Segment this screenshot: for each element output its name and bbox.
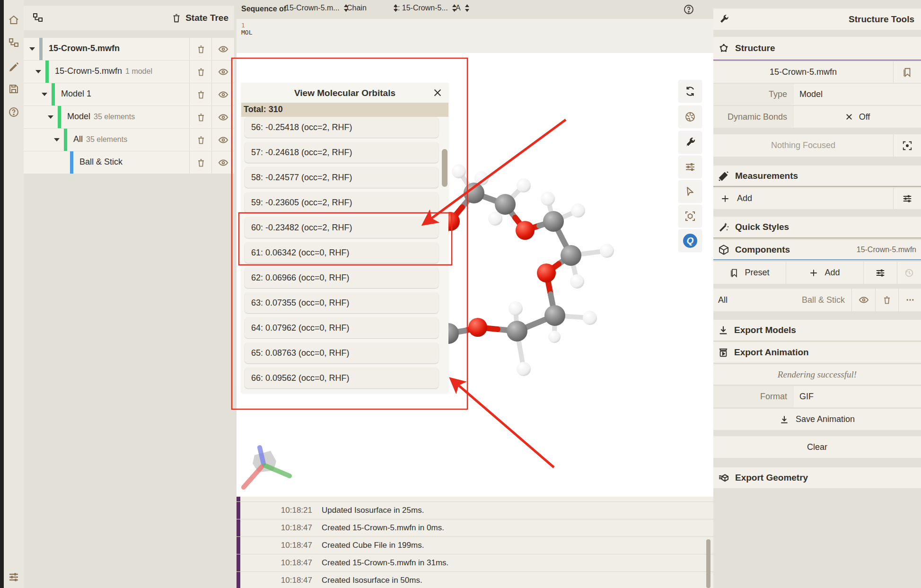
- log-severity-bar: [237, 502, 240, 519]
- row-accent: [45, 61, 49, 83]
- tree-row-model-elements[interactable]: Model35 elements: [24, 106, 234, 128]
- component-options-sliders-icon[interactable]: [863, 262, 897, 284]
- orbital-item[interactable]: 56: -0.25418 (occ=2, RHF): [245, 117, 439, 138]
- help-icon[interactable]: [8, 106, 19, 118]
- quick-styles-section-header[interactable]: Quick Styles: [713, 217, 921, 238]
- orbital-item[interactable]: 63: 0.07355 (occ=0, RHF): [245, 292, 439, 313]
- sequence-chain-select[interactable]: 1: 15-Crown-5...: [394, 4, 457, 12]
- chevron-down-icon[interactable]: [54, 138, 60, 141]
- close-icon[interactable]: [432, 88, 443, 98]
- components-section-header[interactable]: Components 15-Crown-5.mwfn: [713, 240, 921, 260]
- chevron-down-icon[interactable]: [29, 47, 35, 51]
- visibility-eye-icon[interactable]: [211, 38, 234, 60]
- orbital-item[interactable]: 61: 0.06342 (occ=0, RHF): [245, 242, 439, 263]
- chevron-down-icon[interactable]: [48, 115, 53, 119]
- window-edge-strip: [0, 0, 4, 588]
- quick-help-badge[interactable]: Q: [679, 230, 702, 252]
- orbital-item[interactable]: 65: 0.08763 (occ=0, RHF): [245, 342, 439, 363]
- scrollbar-thumb[interactable]: [442, 149, 447, 187]
- delete-node-icon[interactable]: [189, 38, 212, 60]
- selection-mode-icon[interactable]: [679, 205, 702, 227]
- export-models-section-header[interactable]: Export Models: [713, 320, 921, 341]
- log-scrollbar-thumb[interactable]: [706, 539, 710, 588]
- save-icon[interactable]: [8, 83, 19, 95]
- orbital-item[interactable]: 64: 0.07962 (occ=0, RHF): [245, 317, 439, 338]
- orbital-item[interactable]: 58: -0.24577 (occ=2, RHF): [245, 167, 439, 188]
- tree-row-label: All: [73, 134, 83, 144]
- visibility-eye-icon[interactable]: [211, 151, 234, 174]
- delete-node-icon[interactable]: [189, 151, 212, 174]
- export-animation-section-header[interactable]: Export Animation: [713, 342, 921, 363]
- settings-sliders-icon[interactable]: [8, 571, 19, 583]
- orbital-item[interactable]: 59: -0.23605 (occ=2, RHF): [245, 192, 439, 213]
- measurements-section-header[interactable]: Measurements: [713, 166, 921, 187]
- delete-component-trash-icon[interactable]: [875, 289, 898, 311]
- home-icon[interactable]: [8, 14, 19, 26]
- export-geometry-section-header[interactable]: Export Geometry: [713, 467, 921, 488]
- dialog-title: View Molecular Orbitals: [241, 88, 448, 98]
- state-tree-icon[interactable]: [8, 37, 19, 49]
- sequence-entity-select[interactable]: Chain: [347, 4, 398, 12]
- bookmark-icon: [729, 268, 739, 278]
- sequence-line-number: 1: [241, 22, 245, 29]
- state-tree-icon[interactable]: [32, 12, 44, 24]
- focus-target-icon[interactable]: [893, 134, 921, 157]
- cursor-icon[interactable]: [679, 181, 702, 202]
- structure-name[interactable]: 15-Crown-5.mwfn: [713, 61, 893, 83]
- preset-button[interactable]: Preset: [713, 262, 786, 284]
- tree-row-root[interactable]: 15-Crown-5.mwfn: [24, 38, 234, 60]
- orbital-item[interactable]: 62: 0.06966 (occ=0, RHF): [245, 267, 439, 288]
- add-measurement-button[interactable]: Add: [713, 188, 893, 209]
- delete-node-icon[interactable]: [189, 129, 212, 151]
- axes-gizmo: [244, 448, 289, 487]
- chevron-down-icon[interactable]: [42, 93, 47, 96]
- settings-sliders-icon[interactable]: [679, 156, 702, 178]
- visibility-eye-icon[interactable]: [211, 106, 234, 128]
- clear-button[interactable]: Clear: [713, 436, 921, 458]
- component-style[interactable]: Ball & Stick: [790, 289, 851, 311]
- delete-node-icon[interactable]: [189, 61, 212, 83]
- log-timestamp: 10:18:47: [265, 558, 312, 568]
- tree-row-model-1[interactable]: Model 1: [24, 83, 234, 105]
- delete-node-icon[interactable]: [189, 106, 212, 128]
- controls-wrench-icon[interactable]: [679, 132, 702, 153]
- state-tree-panel: State Tree 15-Crown-5.mwfn 15-Crown-5.mw…: [24, 0, 237, 588]
- sequence-view[interactable]: 1 MOL: [237, 19, 713, 53]
- add-component-button[interactable]: Add: [786, 262, 863, 284]
- visibility-eye-icon[interactable]: [211, 83, 234, 105]
- visibility-eye-icon[interactable]: [851, 289, 875, 311]
- viewport-3d[interactable]: Q View Molecular Orbitals Total: 310 56:…: [237, 53, 713, 497]
- tree-row-model-group[interactable]: 15-Crown-5.mwfn1 model: [24, 61, 234, 83]
- tree-row-all[interactable]: All35 elements: [24, 129, 234, 151]
- screenshot-icon[interactable]: [679, 106, 702, 128]
- dynamic-bonds-toggle[interactable]: Off: [794, 106, 921, 128]
- section-title: Components: [735, 245, 790, 255]
- sequence-structure-select[interactable]: 15-Crown-5.m...: [285, 4, 349, 12]
- cube-icon: [718, 244, 729, 255]
- help-icon[interactable]: [683, 4, 694, 15]
- component-row-all: All Ball & Stick: [713, 289, 921, 311]
- structure-section-header[interactable]: Structure: [713, 37, 921, 61]
- component-name[interactable]: All: [713, 289, 790, 311]
- clear-state-trash-icon[interactable]: [171, 13, 182, 23]
- edit-icon[interactable]: [8, 61, 19, 73]
- delete-node-icon[interactable]: [189, 83, 212, 105]
- dialog-scrollbar[interactable]: [442, 118, 447, 388]
- chevron-down-icon[interactable]: [35, 70, 41, 73]
- more-options-ellipsis-icon[interactable]: [898, 289, 921, 311]
- save-animation-button[interactable]: Save Animation: [713, 409, 921, 430]
- type-value[interactable]: Model: [794, 84, 921, 105]
- tree-row-ball-stick[interactable]: Ball & Stick: [24, 151, 234, 174]
- bookmark-icon[interactable]: [893, 61, 921, 83]
- visibility-eye-icon[interactable]: [211, 129, 234, 151]
- sequence-residue[interactable]: MOL: [241, 29, 252, 36]
- measurement-options-sliders-icon[interactable]: [893, 188, 921, 209]
- selected-entity: Chain: [347, 4, 367, 12]
- orbital-item[interactable]: 66: 0.09562 (occ=0, RHF): [245, 368, 439, 388]
- orbital-item[interactable]: 57: -0.24618 (occ=2, RHF): [245, 142, 439, 163]
- orbital-item[interactable]: 60: -0.23482 (occ=2, RHF): [245, 217, 439, 238]
- visibility-eye-icon[interactable]: [211, 61, 234, 83]
- format-value[interactable]: GIF: [794, 386, 921, 407]
- sequence-operator-select[interactable]: A: [456, 4, 470, 12]
- reset-camera-icon[interactable]: [679, 80, 702, 102]
